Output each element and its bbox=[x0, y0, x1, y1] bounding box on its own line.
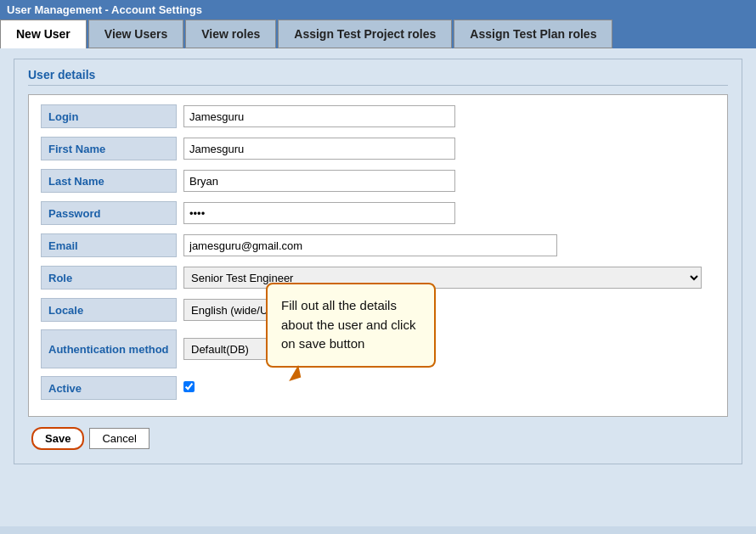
tab-assign-test-plan-roles[interactable]: Assign Test Plan roles bbox=[454, 20, 612, 48]
save-button[interactable]: Save bbox=[31, 427, 84, 450]
password-input-wrapper bbox=[183, 202, 715, 224]
tab-assign-test-project-roles[interactable]: Assign Test Project roles bbox=[278, 20, 452, 48]
login-input-wrapper bbox=[183, 105, 715, 127]
active-label: Active bbox=[41, 376, 177, 400]
auth-label: Authentication method bbox=[41, 329, 177, 368]
active-checkbox[interactable] bbox=[183, 381, 195, 392]
auth-select-wrapper: Default(DB) LDAP LDAP+DB bbox=[183, 338, 715, 360]
locale-select-wrapper: English (wide/UK) English (US) French Ge… bbox=[183, 299, 715, 321]
locale-label: Locale bbox=[41, 298, 177, 322]
title-bar: User Management - Account Settings bbox=[0, 0, 756, 20]
user-details-box: User details Login First Name Last Name bbox=[14, 59, 742, 464]
lastname-input[interactable] bbox=[183, 170, 455, 192]
active-row: Active bbox=[41, 375, 715, 401]
footer-buttons: Save Cancel Fill out all the details abo… bbox=[28, 427, 728, 450]
firstname-label: First Name bbox=[41, 137, 177, 160]
tab-new-user[interactable]: New User bbox=[0, 20, 87, 48]
password-label: Password bbox=[41, 201, 177, 225]
tabs-bar: New User View Users View roles Assign Te… bbox=[0, 20, 756, 48]
lastname-row: Last Name bbox=[41, 168, 715, 194]
login-label: Login bbox=[41, 104, 177, 128]
email-input-wrapper bbox=[183, 234, 715, 256]
login-input[interactable] bbox=[183, 105, 455, 127]
firstname-row: First Name bbox=[41, 136, 715, 161]
form-area: Login First Name Last Name bbox=[28, 94, 728, 417]
callout-text: Fill out all the details about the user … bbox=[281, 298, 415, 351]
password-row: Password bbox=[41, 200, 715, 226]
active-checkbox-wrapper bbox=[183, 381, 715, 395]
tab-view-users[interactable]: View Users bbox=[88, 20, 183, 48]
title-text: User Management - Account Settings bbox=[7, 3, 202, 16]
section-title: User details bbox=[28, 68, 728, 86]
lastname-input-wrapper bbox=[183, 170, 715, 192]
lastname-label: Last Name bbox=[41, 169, 177, 193]
login-row: Login bbox=[41, 104, 715, 129]
email-label: Email bbox=[41, 233, 177, 257]
password-input[interactable] bbox=[183, 202, 455, 224]
firstname-input[interactable] bbox=[183, 138, 455, 160]
email-row: Email bbox=[41, 233, 715, 258]
tab-view-roles[interactable]: View roles bbox=[185, 20, 276, 48]
role-select[interactable]: Senior Test Engineer Test Engineer Test … bbox=[183, 267, 702, 289]
role-select-wrapper: Senior Test Engineer Test Engineer Test … bbox=[183, 267, 715, 289]
main-content: User details Login First Name Last Name bbox=[0, 48, 756, 526]
callout-box: Fill out all the details about the user … bbox=[266, 283, 436, 368]
role-label: Role bbox=[41, 266, 177, 289]
email-input[interactable] bbox=[183, 234, 557, 256]
firstname-input-wrapper bbox=[183, 138, 715, 160]
cancel-button[interactable]: Cancel bbox=[89, 428, 149, 449]
